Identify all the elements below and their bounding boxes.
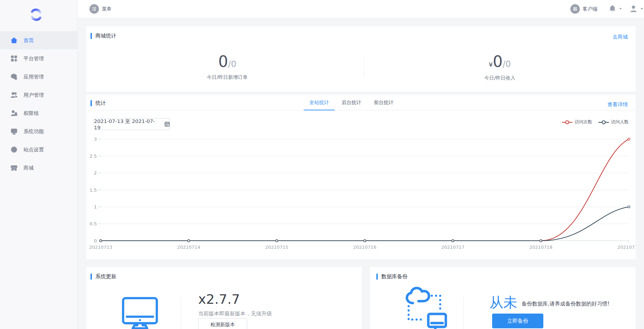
backup-description: 备份数据库,请养成备份数据的好习惯! (522, 301, 610, 307)
sidebar-item-system[interactable]: 系统功能 (0, 122, 78, 140)
client-sliders-icon (570, 4, 580, 14)
svg-text:0: 0 (94, 238, 97, 244)
view-details-link[interactable]: 查看详情 (608, 101, 628, 108)
sidebar-item-label: 权限组 (24, 110, 39, 117)
check-new-version-button[interactable]: 检测新版本 (198, 318, 247, 329)
sidebar-item-label: 应用管理 (24, 74, 44, 80)
database-backup-card: 数据库备份 从未 备份数据库,请养成备份数据的好习惯! 立即备份 (370, 267, 636, 329)
title-accent-bar (90, 33, 92, 39)
sidebar-item-shop[interactable]: 商城 (0, 159, 78, 177)
apps-icon (11, 73, 18, 80)
svg-text:1.5: 1.5 (89, 187, 97, 193)
svg-text:1: 1 (94, 204, 97, 210)
title-accent-bar (376, 274, 378, 280)
go-to-mall-link[interactable]: 去商城 (613, 34, 628, 40)
bell-icon (609, 5, 616, 13)
svg-text:0.5: 0.5 (89, 221, 97, 226)
client-button[interactable]: 客户端 (570, 4, 597, 14)
system-icon (11, 128, 18, 135)
sidebar-item-label: 首页 (24, 37, 34, 44)
platform-icon (11, 55, 18, 62)
version-description: 当前版本即最新版本，无须升级 (198, 310, 272, 317)
mall-stats-card: 商城统计 去商城 0/0 今日/昨日新增订单 ¥0/0 今日/昨日收入 (86, 26, 636, 92)
tab-admin-stats[interactable]: 后台统计 (336, 95, 367, 110)
menu-toggle-button[interactable]: 菜单 (89, 4, 112, 14)
system-update-title: 系统更新 (90, 273, 116, 280)
orders-label: 今日/昨日新增订单 (89, 74, 366, 81)
sidebar-item-label: 用户管理 (24, 92, 44, 98)
section-divider (463, 297, 464, 329)
shop-icon (11, 164, 18, 171)
tab-site-stats[interactable]: 全站统计 (304, 95, 335, 110)
backup-now-button[interactable]: 立即备份 (492, 314, 543, 328)
chart-legend: 访问次数 访问人数 (562, 119, 629, 125)
cloud-backup-icon (402, 285, 449, 329)
income-value: ¥0/0 (361, 54, 638, 73)
legend-marker-icon (598, 120, 609, 124)
orders-stat: 0/0 今日/昨日新增订单 (89, 54, 366, 81)
top-header: 菜单 客户端 (78, 0, 644, 18)
title-accent-bar (90, 274, 92, 280)
client-label: 客户端 (583, 6, 597, 12)
system-update-card: 系统更新 x2.7.7 当前版本即最新版本，无须升级 检测新版本 (86, 267, 362, 329)
svg-text:20210716: 20210716 (353, 245, 376, 250)
calendar-icon (165, 121, 170, 127)
statistics-tabs: 全站统计 后台统计 前台统计 (303, 95, 400, 110)
income-label: 今日/昨日收入 (361, 75, 638, 81)
app-logo-icon (29, 8, 43, 23)
title-accent-bar (90, 100, 92, 106)
svg-text:20210714: 20210714 (177, 245, 200, 250)
users-icon (11, 91, 18, 98)
sidebar-item-home[interactable]: 首页 (0, 31, 78, 49)
site-icon (11, 146, 18, 153)
svg-text:2.5: 2.5 (89, 153, 97, 159)
user-account-button[interactable] (629, 5, 643, 13)
svg-text:20210717: 20210717 (441, 245, 464, 250)
database-backup-title: 数据库备份 (376, 273, 408, 280)
user-avatar-icon (629, 5, 638, 13)
mall-stats-title: 商城统计 (90, 33, 116, 39)
chevron-down-icon (619, 8, 622, 11)
orders-value: 0/0 (89, 54, 366, 72)
menu-list-icon (89, 4, 99, 14)
tab-front-stats[interactable]: 前台统计 (368, 95, 399, 110)
sidebar-item-permission[interactable]: 权限组 (0, 104, 78, 122)
sidebar-item-label: 平台管理 (24, 55, 44, 62)
notifications-button[interactable] (609, 5, 622, 13)
svg-text:3: 3 (94, 137, 97, 142)
section-divider (181, 297, 181, 329)
legend-item-visitors[interactable]: 访问人数 (598, 119, 629, 125)
sidebar-item-platform[interactable]: 平台管理 (0, 49, 78, 68)
version-number: x2.7.7 (198, 292, 240, 307)
backup-status-highlight: 从未 (489, 293, 517, 312)
svg-text:2: 2 (94, 170, 97, 176)
monitor-icon (121, 296, 159, 329)
home-icon (11, 37, 18, 44)
sidebar-item-label: 系统功能 (24, 128, 44, 135)
sidebar-item-label: 商城 (24, 165, 34, 171)
legend-item-visits[interactable]: 访问次数 (562, 119, 592, 125)
date-range-picker[interactable]: 2021-07-13 至 2021-07-19 (94, 118, 170, 130)
legend-marker-icon (562, 120, 572, 124)
svg-text:20210715: 20210715 (265, 245, 288, 250)
sidebar-item-apps[interactable]: 应用管理 (0, 68, 78, 86)
income-stat: ¥0/0 今日/昨日收入 (361, 54, 638, 81)
chevron-down-icon (640, 8, 643, 11)
svg-text:20210713: 20210713 (89, 245, 112, 250)
sidebar-item-site[interactable]: 站点设置 (0, 140, 78, 159)
svg-text:20210719: 20210719 (617, 245, 636, 250)
date-range-value: 2021-07-13 至 2021-07-19 (94, 118, 161, 130)
svg-text:20210718: 20210718 (529, 245, 552, 250)
permission-icon (11, 110, 18, 117)
menu-toggle-label: 菜单 (102, 6, 112, 12)
sidebar: 首页 平台管理 应用管理 用户管理 权限组 系统功能 站点设置 商城 (0, 0, 78, 329)
visits-line-chart: 00.511.522.53202107132021071420210715202… (86, 133, 636, 256)
statistics-title: 统计 (90, 100, 106, 107)
sidebar-item-label: 站点设置 (24, 146, 44, 153)
sidebar-item-users[interactable]: 用户管理 (0, 86, 78, 104)
statistics-card: 统计 全站统计 后台统计 前台统计 查看详情 2021-07-13 至 2021… (86, 95, 636, 259)
